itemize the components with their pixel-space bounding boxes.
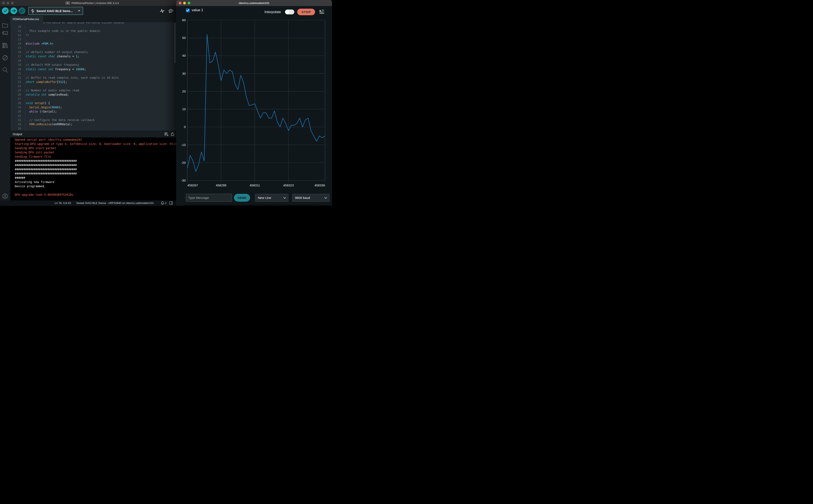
svg-text:458323: 458323 [283,183,294,187]
code-line: 31 [10,114,176,118]
code-lines: 9 - Arduino Portenta H7 board plus Porte… [10,22,176,131]
output-line: Device programmed. [10,184,176,188]
output-console[interactable]: Opened serial port /dev/tty.usbmodem101S… [10,138,176,200]
ide-toolbar: Seeed XIAO BLE Sens... [0,6,184,16]
checkmark-icon [4,9,7,12]
output-line: Starting DFU upgrade of type 4, SoftDevi… [10,142,176,146]
svg-text:458299: 458299 [216,183,226,187]
board-selector-label: Seeed XIAO BLE Sens... [36,9,73,13]
code-line: 32 // Configure the data receive callbac… [10,118,176,122]
cursor-position: Ln 78, Col 33 [55,201,71,205]
output-panel-title: Output [13,132,22,136]
code-line: 19// default PCM output frequency [10,63,176,67]
svg-text:10: 10 [182,107,186,111]
code-line: 24 [10,84,176,88]
output-line: Sending firmware file [10,154,176,159]
svg-text:30: 30 [182,72,186,75]
baud-rate-select[interactable]: 9600 baud [292,194,329,202]
serial-plotter-window: /dev/cu.usbmodem101 value 1 Interpolate … [176,0,332,205]
line-ending-select[interactable]: New Line [255,194,288,202]
chevron-down-icon [78,10,80,12]
series-line [187,34,325,172]
svg-text:458287: 458287 [187,183,198,187]
svg-text:-30: -30 [181,179,186,182]
code-line: 10 [10,25,176,29]
notification-count: 2 [165,201,166,205]
code-line: 14#include <PDM.h> [10,41,176,46]
message-input[interactable] [186,194,232,202]
toggle-panel-icon[interactable] [169,201,173,205]
usb-icon [31,9,34,13]
editor-scrollbar[interactable] [174,23,176,63]
notifications-bell-icon[interactable] [161,201,164,205]
svg-text:-10: -10 [181,143,186,147]
code-line: 23short sampleBuffer[512]; [10,80,176,84]
code-line: 33 PDM.onReceive(onPDMdata); [10,122,176,126]
chevron-down-icon [283,197,286,199]
svg-text:458336: 458336 [314,183,325,187]
output-line: #################################### [10,159,176,163]
svg-text:60: 60 [182,18,186,22]
output-line: Sending DFU init packet [10,150,176,154]
autoscroll-lock-icon[interactable] [171,132,174,136]
output-line: Opened serial port /dev/tty.usbmodem101 [10,138,176,142]
code-line: 15 [10,46,176,50]
code-line: 18 [10,58,176,63]
sidebar-item-library-manager[interactable] [2,43,8,48]
code-editor[interactable]: 9 - Arduino Portenta H7 board plus Porte… [10,22,176,131]
output-line: DFU upgrade took 5.66450309753418s [10,193,176,197]
code-line: 26volatile int samplesRead; [10,92,176,97]
statusbar-board-port: Seeed XIAO BLE Sense - nRF52840 on /dev/… [76,201,154,205]
arduino-ide-window: ∞ PDMSerialPlotter | Arduino IDE 2.3.4 [0,0,184,206]
code-line: 22// Buffer to read samples into, each s… [10,76,176,80]
debug-play-bug-icon [20,9,24,13]
serial-plotter-button[interactable] [160,8,165,14]
code-line: 29 Serial.begin(9600); [10,105,176,109]
line-ending-value: New Line [258,196,271,200]
code-line: 13 [10,37,176,41]
screen: ∞ PDMSerialPlotter | Arduino IDE 2.3.4 [0,0,332,206]
code-line: 20static const int frequency = 16000; [10,67,176,71]
code-line: 27 [10,97,176,101]
output-line [10,188,176,193]
ide-statusbar: Ln 78, Col 33 Seeed XIAO BLE Sense - nRF… [0,200,176,206]
upload-button[interactable] [10,7,17,14]
output-line: #################################### [10,163,176,167]
chevron-down-icon [324,197,327,199]
sidebar-item-debug[interactable] [2,55,8,61]
ide-titlebar: ∞ PDMSerialPlotter | Arduino IDE 2.3.4 [0,0,184,6]
svg-text:40: 40 [182,54,186,57]
sidebar-item-sketchbook[interactable] [2,23,8,28]
code-line: 11 This example code is in the public do… [10,29,176,33]
serial-monitor-icon [168,8,174,14]
arduino-logo-icon: ∞ [65,1,70,5]
sidebar-item-search[interactable] [2,67,8,73]
svg-text:458311: 458311 [250,183,260,187]
account-icon[interactable] [2,193,8,199]
activity-sidebar [0,16,10,206]
ide-window-title: ∞ PDMSerialPlotter | Arduino IDE 2.3.4 [0,0,184,6]
output-line: #################################### [10,167,176,171]
send-button[interactable]: SEND [234,194,250,202]
debug-button[interactable] [19,7,25,14]
clear-output-icon[interactable] [164,132,168,136]
board-selector-dropdown[interactable]: Seeed XIAO BLE Sens... [28,7,83,15]
code-line: 16// default number of output channels [10,50,176,54]
serial-monitor-button[interactable] [168,8,174,14]
code-line: 17static const char channels = 1; [10,54,176,58]
code-line: 28void setup() { [10,101,176,105]
sidebar-item-boards-manager[interactable] [2,30,8,36]
svg-text:20: 20 [182,90,186,93]
right-arrow-icon [12,9,16,12]
svg-text:50: 50 [182,36,186,40]
tab-label: PDMSerialPlotter.ino [13,18,39,21]
send-button-label: SEND [237,196,247,200]
verify-button[interactable] [2,7,9,14]
plot-canvas[interactable]: 6050403020100-10-20-30458287458299458311… [176,0,332,190]
output-line: Activating new firmware [10,180,176,184]
output-line: Sending DFU start packet [10,146,176,150]
code-line: 34 [10,126,176,131]
tab-pdmserialplotter[interactable]: PDMSerialPlotter.ino [10,16,43,25]
gutter-divider [25,22,25,131]
code-line: 30 while (!Serial); [10,109,176,114]
